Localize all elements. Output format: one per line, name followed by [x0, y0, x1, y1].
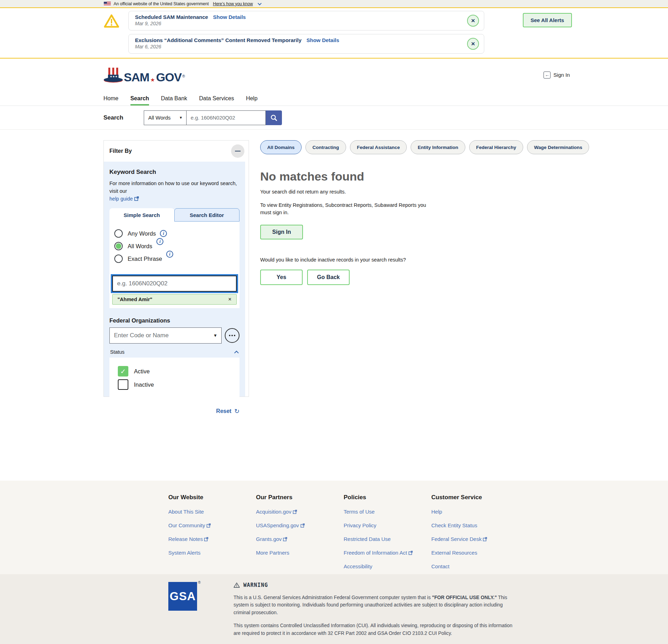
external-link-icon	[283, 537, 287, 541]
info-icon[interactable]: i	[156, 238, 163, 245]
tab-search-editor[interactable]: Search Editor	[174, 208, 240, 222]
footer-link[interactable]: About This Site	[168, 509, 256, 515]
footer-link[interactable]: Acquisition.gov	[256, 509, 344, 515]
sign-in-link[interactable]: ← Sign In	[544, 72, 570, 79]
show-details-link[interactable]: Show Details	[213, 14, 246, 20]
show-details-link[interactable]: Show Details	[306, 37, 339, 43]
how-you-know-link[interactable]: Here’s how you know	[213, 1, 253, 6]
pill-wage-determinations[interactable]: Wage Determinations	[527, 140, 589, 154]
radio-row-all-words: All Words i	[114, 242, 237, 250]
search-icon	[270, 114, 278, 122]
footer-link[interactable]: USASpending.gov	[256, 522, 344, 528]
search-submit-button[interactable]	[266, 110, 282, 125]
footer-link[interactable]: Our Community	[168, 522, 256, 528]
all-words-radio[interactable]	[114, 242, 123, 250]
footer-link-label: System Alerts	[168, 550, 201, 556]
footer-link[interactable]: Grants.gov	[256, 536, 344, 542]
footer-link[interactable]: Terms of Use	[344, 509, 431, 515]
tab-simple-search[interactable]: Simple Search	[109, 208, 174, 222]
pill-entity-information[interactable]: Entity Information	[411, 140, 465, 154]
gsa-registered-mark: ®	[198, 581, 201, 584]
see-all-alerts-button[interactable]: See All Alerts	[523, 13, 572, 27]
sign-in-icon: ←	[544, 72, 551, 79]
footer-link-label: Privacy Policy	[344, 522, 376, 528]
external-link-icon	[409, 551, 413, 555]
yes-button[interactable]: Yes	[260, 270, 303, 285]
close-icon[interactable]: ×	[467, 38, 479, 50]
main-content: Filter By Keyword Search For more inform…	[0, 130, 668, 481]
pill-all-domains[interactable]: All Domains	[260, 140, 302, 154]
reset-icon: ↻	[234, 407, 239, 415]
pill-federal-hierarchy[interactable]: Federal Hierarchy	[469, 140, 523, 154]
footer-link-label: Freedom of Information Act	[344, 550, 407, 556]
more-options-button[interactable]	[225, 328, 239, 343]
radio-label: Any Words	[128, 230, 156, 237]
nav-item-search[interactable]: Search	[130, 91, 149, 106]
footer-link-label: Release Notes	[168, 536, 203, 542]
logo-star-icon: ★	[150, 77, 155, 82]
federal-organizations-input[interactable]	[109, 327, 222, 344]
search-results: All Domains Contracting Federal Assistan…	[260, 140, 589, 285]
footer-link[interactable]: Restricted Data Use	[344, 536, 431, 542]
ellipsis-icon	[234, 335, 235, 336]
info-icon[interactable]: i	[166, 251, 173, 258]
footer-link-columns: Our Website About This Site Our Communit…	[0, 481, 668, 574]
footer-link-label: Check Entity Status	[431, 522, 477, 528]
status-options: ✓ Active Inactive	[109, 358, 239, 398]
sign-in-button[interactable]: Sign In	[260, 225, 303, 239]
nav-item-data-bank[interactable]: Data Bank	[161, 91, 187, 106]
status-heading: Status	[110, 349, 124, 355]
close-icon[interactable]: ×	[467, 15, 479, 27]
reset-filters-button[interactable]: Reset ↻	[109, 407, 239, 415]
keyword-search-input[interactable]	[112, 276, 237, 292]
footer-link-label: Contact	[431, 563, 450, 569]
any-words-radio[interactable]	[114, 229, 123, 238]
search-mode-select[interactable]: All Words ▼	[144, 110, 187, 125]
exact-phrase-radio[interactable]	[114, 255, 123, 263]
footer-link[interactable]: Federal Service Desk	[431, 536, 519, 542]
footer-col-heading: Our Partners	[256, 494, 344, 501]
federal-organizations-heading: Federal Organizations	[109, 317, 239, 324]
footer-link[interactable]: Help	[431, 509, 519, 515]
dropdown-arrow-icon[interactable]: ▼	[213, 333, 217, 338]
federal-organizations-row: ▼	[109, 327, 239, 344]
footer-link[interactable]: More Partners	[256, 550, 344, 556]
pill-contracting[interactable]: Contracting	[305, 140, 346, 154]
inactive-checkbox[interactable]	[118, 379, 128, 390]
help-guide-link[interactable]: help guide	[109, 196, 139, 202]
go-back-button[interactable]: Go Back	[307, 270, 350, 285]
footer-link-label: USASpending.gov	[256, 522, 299, 528]
info-icon[interactable]: i	[160, 230, 167, 237]
global-search-input[interactable]	[187, 110, 266, 125]
collapse-filters-button[interactable]	[231, 144, 244, 158]
nav-item-help[interactable]: Help	[246, 91, 257, 106]
footer-link[interactable]: Release Notes	[168, 536, 256, 542]
active-checkbox[interactable]: ✓	[118, 366, 128, 377]
footer-link[interactable]: Freedom of Information Act	[344, 550, 431, 556]
pill-federal-assistance[interactable]: Federal Assistance	[350, 140, 407, 154]
nav-item-home[interactable]: Home	[103, 91, 119, 106]
footer-link-label: Terms of Use	[344, 509, 375, 515]
alerts-section: Scheduled SAM Maintenance Show Details M…	[0, 8, 668, 59]
footer-link-label: Our Community	[168, 522, 205, 528]
external-link-icon	[293, 510, 297, 514]
no-results-text: Your search did not return any results.	[260, 189, 589, 195]
footer-link[interactable]: Accessibility	[344, 563, 431, 569]
status-section-header[interactable]: Status	[110, 349, 239, 355]
sam-gov-logo[interactable]: ★ ★ ★ SAM ★ GOV ®	[103, 67, 185, 83]
nav-item-data-services[interactable]: Data Services	[199, 91, 234, 106]
footer-col-our-website: Our Website About This Site Our Communit…	[168, 494, 256, 569]
footer-link[interactable]: Privacy Policy	[344, 522, 431, 528]
keyword-search-info: For more information on how to use our k…	[109, 180, 239, 203]
dropdown-arrow-icon: ▼	[179, 116, 183, 120]
radio-label: Exact Phrase	[128, 256, 162, 262]
footer-link[interactable]: Check Entity Status	[431, 522, 519, 528]
footer-link[interactable]: System Alerts	[168, 550, 256, 556]
gov-banner: An official website of the United States…	[0, 0, 668, 8]
keyword-tabs: Simple Search Search Editor	[109, 208, 239, 222]
footer-link[interactable]: External Resources	[431, 550, 519, 556]
footer-link[interactable]: Contact	[431, 563, 519, 569]
footer-warning-band: GSA ® WARNING This is a U.S. General Ser…	[0, 574, 668, 644]
keyword-chip-label: "Ahmed Amir"	[117, 297, 152, 302]
clear-chip-icon[interactable]: ×	[228, 296, 231, 303]
